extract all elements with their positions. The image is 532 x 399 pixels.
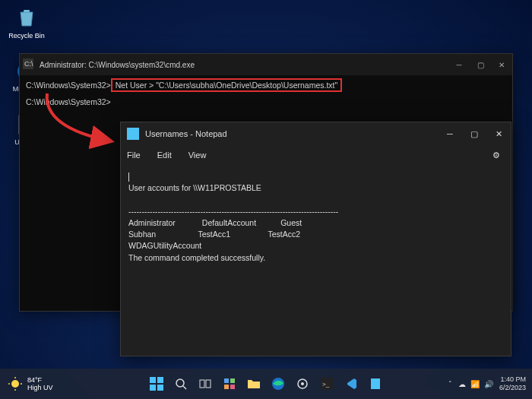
notepad-menubar: File Edit View ⚙: [121, 145, 511, 165]
notepad-content: User accounts for \\W11PROSTABLE -------…: [128, 183, 338, 261]
svg-rect-0: [24, 10, 30, 12]
svg-rect-30: [371, 378, 380, 389]
notepad-taskbar-button[interactable]: [365, 373, 386, 394]
notepad-titlebar[interactable]: Usernames - Notepad ─ ▢ ✕: [121, 122, 511, 145]
wifi-icon[interactable]: 📶: [470, 380, 480, 388]
clock-time: 1:40 PM: [499, 375, 526, 384]
menu-view[interactable]: View: [188, 150, 207, 160]
system-tray[interactable]: ☁ 📶 🔊: [458, 380, 493, 388]
notepad-text-area[interactable]: User accounts for \\W11PROSTABLE -------…: [121, 165, 511, 270]
cmd-titlebar[interactable]: C:\ Administrator: C:\Windows\system32\c…: [20, 54, 512, 75]
edge-taskbar-button[interactable]: [268, 373, 289, 394]
settings-gear-icon[interactable]: ⚙: [492, 150, 500, 160]
svg-rect-19: [200, 380, 204, 388]
search-button[interactable]: [170, 373, 192, 394]
weather-icon: [8, 376, 23, 391]
taskbar: 84°F High UV >_ ˄ ☁ 📶 🔊 1:40 PM 6/2/2023: [0, 369, 532, 399]
svg-rect-22: [230, 378, 235, 383]
volume-icon[interactable]: 🔊: [484, 380, 493, 388]
maximize-button[interactable]: ▢: [470, 54, 491, 75]
explorer-button[interactable]: [243, 373, 264, 394]
cmd-icon: C:\: [23, 59, 36, 71]
close-button[interactable]: ✕: [486, 122, 511, 145]
close-button[interactable]: ✕: [491, 54, 512, 75]
menu-file[interactable]: File: [127, 150, 141, 160]
notepad-window[interactable]: Usernames - Notepad ─ ▢ ✕ File Edit View…: [120, 122, 511, 356]
cmd-prompt: C:\Windows\System32>: [26, 81, 111, 90]
svg-rect-15: [150, 385, 156, 391]
svg-text:C:\: C:\: [24, 60, 33, 68]
svg-point-17: [176, 379, 184, 387]
maximize-button[interactable]: ▢: [462, 122, 486, 145]
taskbar-clock[interactable]: 1:40 PM 6/2/2023: [499, 375, 526, 392]
text-cursor: [128, 173, 129, 182]
taskbar-weather[interactable]: 84°F High UV: [8, 376, 53, 391]
weather-desc: High UV: [27, 384, 53, 391]
svg-text:>_: >_: [322, 381, 330, 388]
desktop-icon-recycle-bin[interactable]: Recycle Bin: [8, 6, 46, 40]
svg-rect-20: [206, 380, 211, 388]
svg-rect-13: [150, 377, 156, 383]
highlighted-command: Net User > "C:\Users\subha\OneDrive\Desk…: [111, 78, 343, 92]
svg-point-8: [11, 380, 19, 388]
svg-rect-14: [157, 377, 163, 383]
tray-chevron-icon[interactable]: ˄: [448, 380, 452, 388]
cmd-title-text: Administrator: C:\Windows\system32\cmd.e…: [40, 61, 195, 69]
onedrive-icon[interactable]: ☁: [458, 380, 466, 388]
svg-line-18: [183, 386, 186, 389]
recycle-bin-icon: [14, 6, 39, 30]
svg-rect-23: [224, 385, 229, 389]
settings-taskbar-button[interactable]: [292, 373, 313, 394]
svg-rect-16: [157, 385, 163, 391]
minimize-button[interactable]: ─: [448, 54, 470, 75]
taskbar-center: >_: [146, 373, 386, 394]
svg-rect-21: [224, 378, 229, 383]
vscode-taskbar-button[interactable]: [340, 373, 362, 394]
minimize-button[interactable]: ─: [438, 122, 462, 145]
taskbar-right: ˄ ☁ 📶 🔊 1:40 PM 6/2/2023: [448, 375, 526, 392]
start-button[interactable]: [146, 373, 167, 394]
cmd-taskbar-button[interactable]: >_: [316, 373, 337, 394]
cmd-body[interactable]: C:\Windows\System32>Net User > "C:\Users…: [20, 75, 512, 113]
clock-date: 6/2/2023: [499, 384, 526, 392]
notepad-icon: [127, 128, 139, 140]
menu-edit[interactable]: Edit: [157, 150, 172, 160]
weather-temp: 84°F: [27, 376, 53, 384]
notepad-title-text: Usernames - Notepad: [145, 129, 227, 138]
desktop-icon-label: Recycle Bin: [8, 32, 45, 40]
svg-point-27: [301, 382, 304, 385]
task-view-button[interactable]: [195, 373, 216, 394]
svg-rect-24: [230, 385, 235, 389]
cmd-prompt: C:\Windows\System32>: [26, 97, 111, 106]
widgets-button[interactable]: [219, 373, 240, 394]
